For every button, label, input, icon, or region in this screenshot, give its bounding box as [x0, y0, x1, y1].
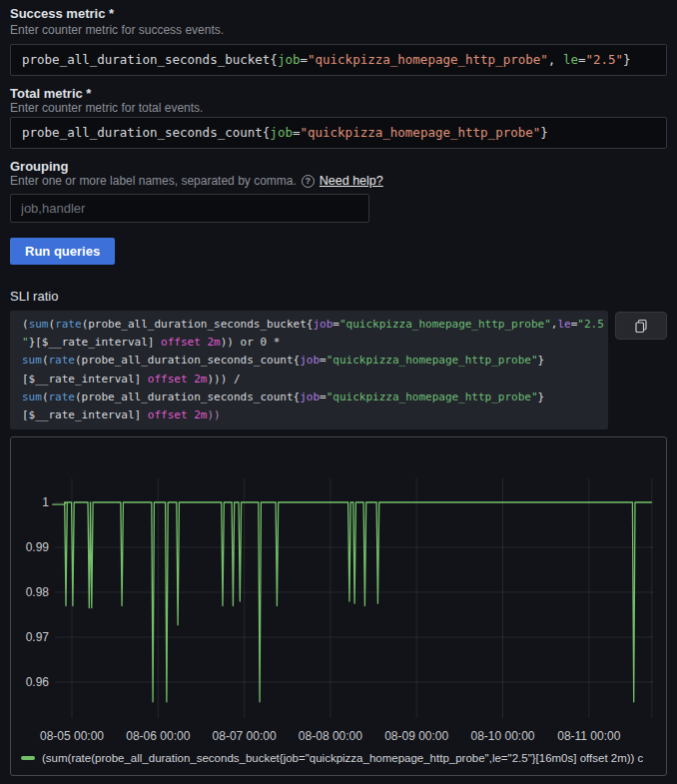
sli-chart-panel: 10.990.980.970.9608-05 00:0008-06 00:000…	[10, 436, 667, 776]
sli-ratio-code: (sum(rate(probe_all_duration_seconds_buc…	[10, 311, 608, 429]
total-metric-input[interactable]: probe_all_duration_seconds_count{job="qu…	[10, 117, 667, 149]
series-color-marker	[21, 756, 35, 760]
grouping-label: Grouping	[10, 159, 69, 174]
run-queries-button[interactable]: Run queries	[10, 238, 115, 265]
legend-item[interactable]: (sum(rate(probe_all_duration_seconds_buc…	[21, 749, 660, 767]
x-tick-label: 08-08 00:00	[299, 729, 362, 743]
grouping-input[interactable]	[10, 194, 369, 223]
time-series-chart[interactable]: 10.990.980.970.9608-05 00:0008-06 00:000…	[11, 437, 666, 775]
copy-icon	[633, 318, 649, 334]
slo-query-form: Success metric * Enter counter metric fo…	[0, 0, 677, 784]
success-metric-input[interactable]: probe_all_duration_seconds_bucket{job="q…	[10, 44, 667, 76]
total-metric-label: Total metric *	[10, 86, 91, 101]
sli-ratio-label: SLI ratio	[10, 289, 58, 304]
y-tick-label: 0.97	[26, 630, 50, 644]
grouping-description-row: Enter one or more label names, separated…	[10, 174, 383, 188]
y-tick-label: 0.96	[26, 675, 50, 689]
x-tick-label: 08-05 00:00	[40, 729, 104, 743]
sli-ratio-series-line	[52, 502, 652, 702]
success-metric-description: Enter counter metric for success events.	[10, 23, 224, 37]
need-help-link[interactable]: Need help?	[320, 174, 383, 188]
total-metric-description: Enter counter metric for total events.	[10, 101, 203, 115]
series-legend-label: (sum(rate(probe_all_duration_seconds_buc…	[42, 752, 643, 764]
x-tick-label: 08-09 00:00	[384, 729, 448, 743]
x-tick-label: 08-06 00:00	[126, 729, 190, 743]
y-tick-label: 1	[42, 495, 49, 509]
help-circle-icon[interactable]: ?	[302, 175, 315, 188]
grouping-description: Enter one or more label names, separated…	[10, 174, 297, 188]
x-tick-label: 08-07 00:00	[213, 729, 277, 743]
x-tick-label: 08-11 00:00	[557, 729, 620, 743]
y-tick-label: 0.99	[26, 540, 50, 554]
x-tick-label: 08-10 00:00	[470, 729, 534, 743]
success-metric-label: Success metric *	[10, 6, 114, 21]
y-tick-label: 0.98	[26, 585, 50, 599]
copy-button[interactable]	[615, 312, 667, 340]
